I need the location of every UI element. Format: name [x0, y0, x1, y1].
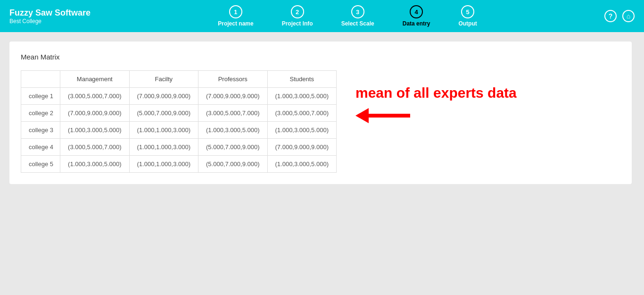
row-5-facilty: (1.000,1.000,3.000)	[129, 156, 198, 173]
step-1-circle: 1	[229, 5, 242, 18]
arrow-body	[368, 114, 410, 118]
row-2-management: (7.000,9.000,9.000)	[60, 105, 129, 122]
step-4-circle: 4	[410, 5, 423, 18]
annotation-side: mean of all experts data	[355, 70, 517, 123]
arrow-head-icon	[355, 108, 369, 123]
row-1-management: (3.000,5.000,7.000)	[60, 88, 129, 105]
step-2-label: Project Info	[282, 20, 313, 27]
header-icons: ? ⌂	[604, 10, 635, 22]
col-header-management: Management	[60, 71, 129, 88]
row-1-students: (1.000,3.000,5.000)	[267, 88, 336, 105]
home-icon[interactable]: ⌂	[622, 10, 635, 22]
row-1-professors: (7.000,9.000,9.000)	[198, 88, 267, 105]
table-row: college 4 (3.000,5.000,7.000) (1.000,1.0…	[21, 139, 337, 156]
step-5-label: Output	[458, 20, 477, 27]
row-label-1: college 1	[21, 88, 60, 105]
row-4-students: (7.000,9.000,9.000)	[267, 139, 336, 156]
table-header-row: Management Facilty Professors Students	[21, 71, 337, 88]
row-5-professors: (5.000,7.000,9.000)	[198, 156, 267, 173]
step-3-label: Select Scale	[341, 20, 374, 27]
step-nav: 1 Project name 2 Project Info 3 Select S…	[91, 5, 604, 27]
row-label-2: college 2	[21, 105, 60, 122]
step-2-circle: 2	[291, 5, 304, 18]
row-1-facilty: (7.000,9.000,9.000)	[129, 88, 198, 105]
row-4-facilty: (1.000,1.000,3.000)	[129, 139, 198, 156]
step-3[interactable]: 3 Select Scale	[341, 5, 374, 27]
row-3-students: (1.000,3.000,5.000)	[267, 122, 336, 139]
col-header-facilty: Facilty	[129, 71, 198, 88]
step-5[interactable]: 5 Output	[458, 5, 477, 27]
help-icon[interactable]: ?	[604, 10, 617, 22]
row-2-facilty: (5.000,7.000,9.000)	[129, 105, 198, 122]
step-5-circle: 5	[461, 5, 474, 18]
row-2-professors: (3.000,5.000,7.000)	[198, 105, 267, 122]
row-3-facilty: (1.000,1.000,3.000)	[129, 122, 198, 139]
step-1-label: Project name	[218, 20, 253, 27]
mean-matrix-table: Management Facilty Professors Students c…	[21, 70, 337, 173]
row-5-management: (1.000,3.000,5.000)	[60, 156, 129, 173]
row-4-professors: (5.000,7.000,9.000)	[198, 139, 267, 156]
row-3-professors: (1.000,3.000,5.000)	[198, 122, 267, 139]
row-label-3: college 3	[21, 122, 60, 139]
table-row: college 1 (3.000,5.000,7.000) (7.000,9.0…	[21, 88, 337, 105]
step-4[interactable]: 4 Data entry	[403, 5, 430, 27]
step-2[interactable]: 2 Project Info	[282, 5, 313, 27]
main-content: Mean Matrix Management Facilty Professor…	[0, 32, 644, 194]
row-3-management: (1.000,3.000,5.000)	[60, 122, 129, 139]
step-4-label: Data entry	[403, 20, 430, 27]
step-3-circle: 3	[351, 5, 364, 18]
col-header-empty	[21, 71, 60, 88]
step-1[interactable]: 1 Project name	[218, 5, 253, 27]
content-row: Management Facilty Professors Students c…	[21, 70, 620, 173]
table-row: college 2 (7.000,9.000,9.000) (5.000,7.0…	[21, 105, 337, 122]
card-title: Mean Matrix	[21, 53, 620, 61]
table-row: college 5 (1.000,3.000,5.000) (1.000,1.0…	[21, 156, 337, 173]
app-header: Fuzzy Saw Software Best College 1 Projec…	[0, 0, 644, 32]
table-row: college 3 (1.000,3.000,5.000) (1.000,1.0…	[21, 122, 337, 139]
row-label-5: college 5	[21, 156, 60, 173]
row-2-students: (3.000,5.000,7.000)	[267, 105, 336, 122]
app-subtitle: Best College	[9, 18, 91, 25]
row-5-students: (1.000,3.000,5.000)	[267, 156, 336, 173]
brand: Fuzzy Saw Software Best College	[9, 8, 91, 25]
col-header-professors: Professors	[198, 71, 267, 88]
annotation-text: mean of all experts data	[355, 84, 517, 101]
row-4-management: (3.000,5.000,7.000)	[60, 139, 129, 156]
annotation-arrow	[355, 108, 517, 123]
app-title: Fuzzy Saw Software	[9, 8, 91, 18]
matrix-card: Mean Matrix Management Facilty Professor…	[9, 42, 632, 184]
col-header-students: Students	[267, 71, 336, 88]
row-label-4: college 4	[21, 139, 60, 156]
